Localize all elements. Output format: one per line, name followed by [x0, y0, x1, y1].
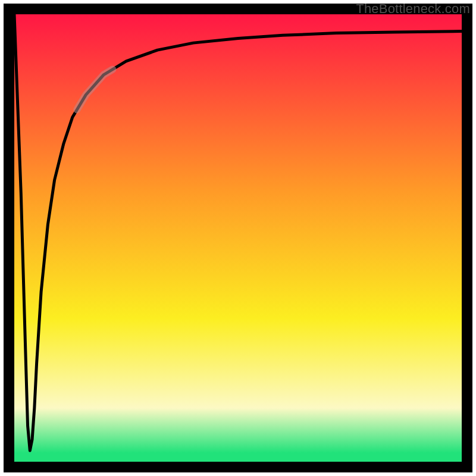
bottleneck-chart	[0, 0, 476, 476]
watermark-text: TheBottleneck.com	[356, 1, 470, 17]
chart-container: TheBottleneck.com	[0, 0, 476, 476]
plot-background	[14, 14, 462, 462]
